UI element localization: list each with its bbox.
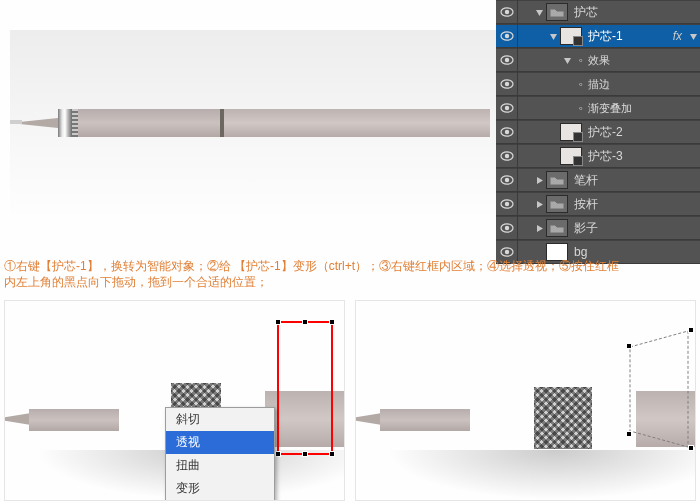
effect-bullet-icon: ◦ [574, 101, 588, 115]
handle-tr[interactable] [329, 319, 335, 325]
instruction-line-2: 内左上角的黑点向下拖动，拖到一个合适的位置； [4, 275, 268, 289]
layer-name[interactable]: 护芯-2 [588, 124, 700, 141]
menu-item-2[interactable]: 扭曲 [166, 454, 274, 477]
instruction-line-1: ①右键【护芯-1】，换转为智能对象；②给 【护芯-1】变形（ctrl+t）；③右… [4, 259, 619, 273]
perspective-box[interactable] [624, 329, 694, 449]
effect-bullet-icon: ◦ [574, 53, 588, 67]
menu-item-1[interactable]: 透视 [166, 431, 274, 454]
preview-left[interactable]: 斜切透视扭曲变形 [4, 300, 345, 501]
preview-right[interactable] [355, 300, 696, 501]
svg-marker-9 [564, 58, 571, 64]
mini-cone [4, 413, 31, 425]
svg-marker-23 [537, 201, 543, 208]
handle-tl[interactable] [626, 343, 632, 349]
layer-thumbnail[interactable] [546, 171, 568, 189]
canvas-stage [10, 30, 498, 220]
svg-point-25 [504, 226, 508, 230]
visibility-toggle[interactable] [496, 24, 518, 48]
svg-point-19 [504, 178, 508, 182]
layer-row-yagan[interactable]: 按杆 [496, 192, 700, 216]
handle-tl[interactable] [275, 319, 281, 325]
disclosure-triangle[interactable] [532, 200, 546, 209]
tutorial-instructions: ①右键【护芯-1】，换转为智能对象；②给 【护芯-1】变形（ctrl+t）；③右… [4, 258, 696, 290]
fx-badge[interactable]: fx [673, 29, 682, 43]
layer-row-eff[interactable]: ◦效果 [496, 48, 700, 72]
svg-marker-5 [550, 34, 557, 40]
layer-row-yingzi[interactable]: 影子 [496, 216, 700, 240]
handle-br[interactable] [329, 451, 335, 457]
layer-name[interactable]: 影子 [574, 220, 700, 237]
visibility-toggle[interactable] [496, 48, 518, 72]
pen-body-front [78, 109, 220, 137]
visibility-toggle[interactable] [496, 192, 518, 216]
layer-row-hx2[interactable]: 护芯-2 [496, 120, 700, 144]
effect-bullet-icon: ◦ [574, 77, 588, 91]
visibility-toggle[interactable] [496, 0, 518, 24]
disclosure-triangle[interactable] [532, 176, 546, 185]
disclosure-triangle[interactable] [532, 8, 546, 17]
pen-body-rear [224, 109, 490, 137]
layer-name[interactable]: 护芯-1 [588, 28, 673, 45]
svg-point-11 [504, 82, 508, 86]
svg-point-28 [504, 250, 508, 254]
layer-row-hx1[interactable]: 护芯-1fx [496, 24, 700, 48]
disclosure-triangle[interactable] [532, 224, 546, 233]
pen-lead [10, 120, 22, 124]
layer-name[interactable]: 描边 [588, 77, 700, 92]
handle-bl[interactable] [275, 451, 281, 457]
layer-thumbnail[interactable] [546, 219, 568, 237]
layer-name[interactable]: bg [574, 245, 700, 259]
pen-collar-chrome [58, 109, 72, 137]
svg-point-4 [504, 34, 508, 38]
disclosure-triangle[interactable] [560, 56, 574, 65]
layer-name[interactable]: 效果 [588, 53, 700, 68]
layer-name[interactable]: 渐变叠加 [588, 101, 700, 116]
transform-context-menu[interactable]: 斜切透视扭曲变形 [165, 407, 275, 501]
svg-point-13 [504, 106, 508, 110]
mini-knurl [534, 387, 592, 449]
layer-row-stroke[interactable]: ◦描边 [496, 72, 700, 96]
layer-thumbnail[interactable] [560, 27, 582, 45]
svg-marker-26 [537, 225, 543, 232]
menu-item-3[interactable]: 变形 [166, 477, 274, 500]
handle-br[interactable] [688, 445, 694, 451]
svg-marker-20 [537, 177, 543, 184]
menu-item-0[interactable]: 斜切 [166, 408, 274, 431]
layer-row-grad[interactable]: ◦渐变叠加 [496, 96, 700, 120]
visibility-toggle[interactable] [496, 216, 518, 240]
disclosure-triangle[interactable] [546, 32, 560, 41]
handle-tr[interactable] [688, 327, 694, 333]
layer-row-root[interactable]: 护芯 [496, 0, 700, 24]
layer-name[interactable]: 护芯-3 [588, 148, 700, 165]
layer-name[interactable]: 笔杆 [574, 172, 700, 189]
layer-row-hx3[interactable]: 护芯-3 [496, 144, 700, 168]
handle-bl[interactable] [626, 431, 632, 437]
perspective-outline [624, 329, 694, 449]
main-canvas[interactable] [0, 0, 498, 250]
svg-marker-6 [690, 34, 697, 40]
layer-thumbnail[interactable] [546, 195, 568, 213]
layer-thumbnail[interactable] [560, 147, 582, 165]
svg-point-22 [504, 202, 508, 206]
svg-point-17 [504, 154, 508, 158]
mini-cone [355, 413, 382, 425]
handle-bm[interactable] [302, 451, 308, 457]
visibility-toggle[interactable] [496, 72, 518, 96]
layer-name[interactable]: 按杆 [574, 196, 700, 213]
bottom-preview-row: 斜切透视扭曲变形 [0, 296, 700, 501]
layers-panel[interactable]: 护芯护芯-1fx◦效果◦描边◦渐变叠加护芯-2护芯-3笔杆按杆影子bg [496, 0, 700, 264]
selection-red-box[interactable] [277, 321, 333, 455]
layer-row-bigan[interactable]: 笔杆 [496, 168, 700, 192]
visibility-toggle[interactable] [496, 168, 518, 192]
layer-thumbnail[interactable] [560, 123, 582, 141]
layer-thumbnail[interactable] [546, 3, 568, 21]
fx-disclosure[interactable] [686, 32, 700, 41]
pen-illustration [10, 106, 490, 140]
layer-name[interactable]: 护芯 [574, 4, 700, 21]
svg-marker-2 [536, 10, 543, 16]
visibility-toggle[interactable] [496, 144, 518, 168]
handle-tm[interactable] [302, 319, 308, 325]
mini-tip [380, 409, 470, 431]
visibility-toggle[interactable] [496, 120, 518, 144]
visibility-toggle[interactable] [496, 96, 518, 120]
